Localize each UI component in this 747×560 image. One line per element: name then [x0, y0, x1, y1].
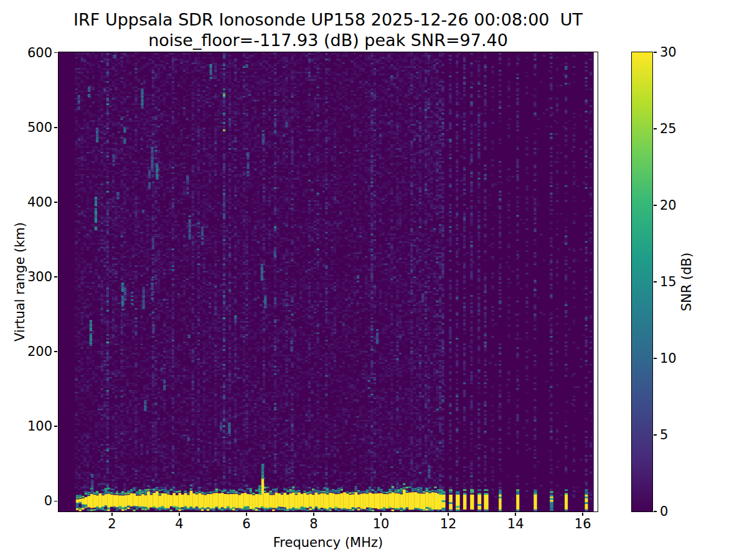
colorbar-tick-label: 15 [660, 275, 677, 289]
x-tick-mark [380, 513, 382, 516]
y-tick-label: 300 [16, 270, 52, 284]
colorbar-tick-label: 10 [660, 352, 677, 365]
y-tick-mark [54, 127, 57, 128]
x-tick-mark [246, 513, 247, 516]
y-tick-mark [54, 351, 57, 352]
x-tick-mark [313, 513, 314, 516]
colorbar-tick-mark [654, 511, 657, 512]
y-tick-mark [54, 276, 57, 278]
x-tick-label: 12 [440, 517, 457, 531]
colorbar-tick-label: 20 [660, 198, 677, 212]
chart-title: IRF Uppsala SDR Ionosonde UP158 2025-12-… [73, 11, 583, 29]
ionogram-heatmap [59, 52, 598, 511]
y-tick-mark [54, 52, 57, 54]
x-tick-label: 16 [575, 517, 591, 531]
colorbar-tick-mark [654, 358, 657, 359]
colorbar [632, 52, 652, 511]
x-tick-label: 14 [507, 517, 524, 531]
chart-subtitle: noise_floor=-117.93 (dB) peak SNR=97.40 [148, 31, 508, 50]
x-tick-label: 6 [242, 517, 250, 531]
x-tick-mark [515, 513, 516, 516]
x-tick-label: 10 [373, 517, 390, 531]
colorbar-tick-mark [654, 281, 657, 282]
colorbar-label: SNR (dB) [679, 253, 694, 311]
colorbar-tick-mark [654, 52, 657, 53]
x-tick-mark [582, 513, 583, 516]
x-axis-label: Frequency (MHz) [273, 535, 383, 550]
y-tick-mark [54, 202, 57, 203]
y-tick-label: 500 [16, 121, 52, 134]
x-tick-label: 4 [175, 517, 183, 531]
colorbar-tick-label: 5 [660, 428, 668, 442]
colorbar-tick-mark [654, 434, 657, 436]
plot-area [59, 52, 598, 511]
colorbar-tick-label: 30 [660, 45, 677, 59]
colorbar-tick-mark [654, 205, 657, 206]
y-tick-label: 200 [16, 345, 52, 358]
x-tick-label: 2 [108, 517, 116, 531]
y-tick-mark [54, 501, 57, 502]
ionogram-figure: IRF Uppsala SDR Ionosonde UP158 2025-12-… [0, 0, 747, 560]
y-tick-label: 100 [16, 419, 52, 433]
colorbar-tick-label: 25 [660, 122, 677, 136]
x-tick-mark [448, 513, 449, 516]
colorbar-tick-mark [654, 128, 657, 129]
x-tick-mark [111, 513, 113, 516]
x-tick-label: 8 [309, 517, 317, 531]
y-tick-label: 0 [16, 494, 52, 508]
y-tick-label: 600 [16, 46, 52, 60]
y-tick-label: 400 [16, 195, 52, 209]
x-tick-mark [179, 513, 180, 516]
y-tick-mark [54, 426, 57, 427]
colorbar-tick-label: 0 [660, 505, 668, 518]
